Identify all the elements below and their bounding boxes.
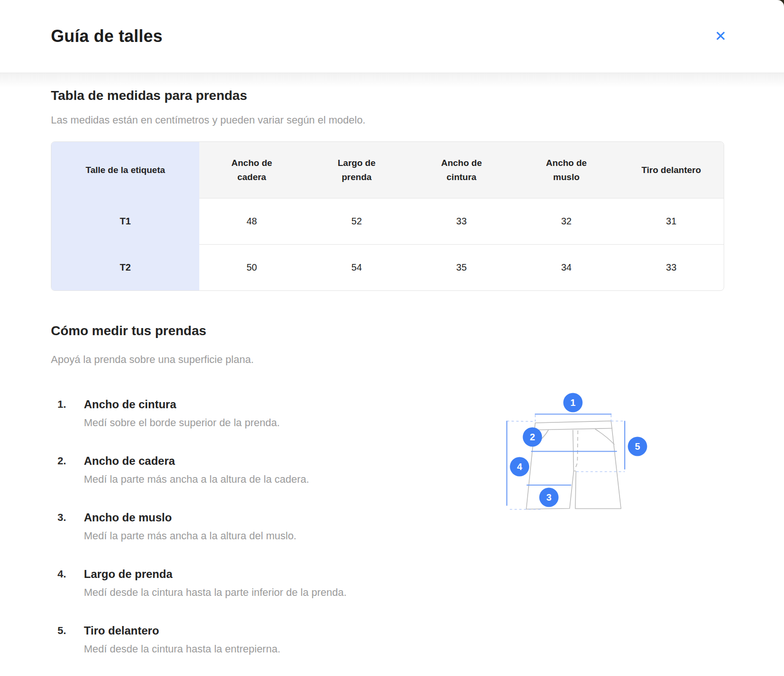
step-title: Ancho de cintura bbox=[84, 396, 280, 412]
column-header: Ancho de cintura bbox=[409, 142, 514, 198]
label-column-header: Talle de la etiqueta bbox=[51, 142, 199, 198]
step-description: Medí desde la cintura hasta la parte inf… bbox=[84, 584, 347, 602]
step-number: 5. bbox=[57, 623, 84, 658]
column-header: Tiro delantero bbox=[619, 142, 724, 198]
list-item: 4. Largo de prenda Medí desde la cintura… bbox=[51, 566, 724, 602]
table-cell: 31 bbox=[619, 198, 724, 244]
modal-header: Guía de talles ✕ bbox=[0, 0, 784, 73]
step-number: 3. bbox=[57, 510, 84, 545]
step-description: Medí sobre el borde superior de la prend… bbox=[84, 414, 280, 432]
step-number: 1. bbox=[57, 396, 84, 432]
marker-2-label: 2 bbox=[530, 432, 535, 442]
size-table-heading: Tabla de medidas para prendas bbox=[51, 88, 724, 104]
modal-title: Guía de talles bbox=[51, 26, 163, 46]
step-title: Ancho de cadera bbox=[84, 453, 309, 469]
column-header: Ancho de muslo bbox=[514, 142, 619, 198]
shorts-measurement-diagram: 1 2 3 4 5 bbox=[481, 363, 678, 514]
marker-3-label: 3 bbox=[546, 492, 551, 503]
step-title: Ancho de muslo bbox=[84, 510, 296, 526]
table-cell: 48 bbox=[199, 198, 304, 244]
table-cell: 33 bbox=[409, 198, 514, 244]
column-header: Ancho de cadera bbox=[199, 142, 304, 198]
step-title: Tiro delantero bbox=[84, 623, 280, 639]
table-cell: 35 bbox=[409, 245, 514, 290]
step-title: Largo de prenda bbox=[84, 566, 347, 582]
list-item: 3. Ancho de muslo Medí la parte más anch… bbox=[51, 510, 724, 545]
table-cell: 54 bbox=[304, 245, 409, 290]
step-number: 4. bbox=[57, 566, 84, 602]
table-cell: 50 bbox=[199, 245, 304, 290]
column-header: Largo de prenda bbox=[304, 142, 409, 198]
list-item: 5. Tiro delantero Medí desde la cintura … bbox=[51, 623, 724, 658]
table-row: 50 54 35 34 33 bbox=[199, 244, 724, 290]
size-table: Talle de la etiqueta T1 T2 Ancho de cade… bbox=[51, 141, 724, 291]
size-table-subtitle: Las medidas están en centímetros y puede… bbox=[51, 113, 724, 127]
step-description: Medí la parte más ancha a la altura de l… bbox=[84, 470, 309, 488]
size-table-label-column: Talle de la etiqueta T1 T2 bbox=[51, 142, 199, 290]
step-number: 2. bbox=[57, 453, 84, 488]
row-label-t2: T2 bbox=[51, 244, 199, 290]
marker-1-label: 1 bbox=[570, 397, 575, 408]
close-icon[interactable]: ✕ bbox=[713, 27, 728, 45]
diagram-markers: 1 2 3 4 5 bbox=[510, 393, 647, 507]
row-label-t1: T1 bbox=[51, 198, 199, 244]
how-to-heading: Cómo medir tus prendas bbox=[51, 323, 724, 339]
table-cell: 52 bbox=[304, 198, 409, 244]
step-description: Medí la parte más ancha a la altura del … bbox=[84, 527, 296, 545]
table-cell: 32 bbox=[514, 198, 619, 244]
marker-5-label: 5 bbox=[635, 441, 640, 452]
size-table-section: Tabla de medidas para prendas Las medida… bbox=[51, 73, 724, 291]
backdrop-corner bbox=[777, 0, 784, 7]
table-cell: 33 bbox=[619, 245, 724, 290]
table-header-row: Ancho de cadera Largo de prenda Ancho de… bbox=[199, 142, 724, 198]
table-cell: 34 bbox=[514, 245, 619, 290]
step-description: Medí desde la cintura hasta la entrepier… bbox=[84, 640, 280, 658]
size-table-data: Ancho de cadera Largo de prenda Ancho de… bbox=[199, 142, 724, 290]
marker-4-label: 4 bbox=[517, 462, 523, 472]
table-row: 48 52 33 32 31 bbox=[199, 198, 724, 244]
